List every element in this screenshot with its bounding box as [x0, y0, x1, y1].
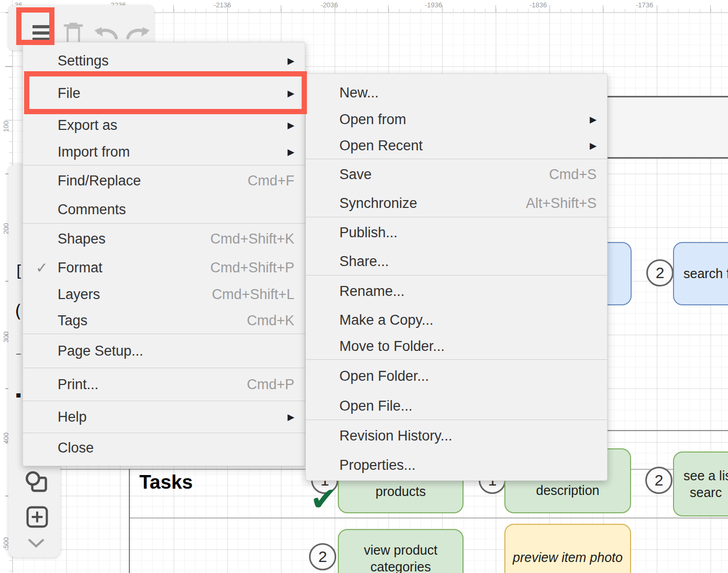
undo-icon[interactable] [92, 24, 119, 44]
tasks-lane-vertical-line [129, 469, 130, 573]
node-label: preview item photo [505, 550, 630, 565]
menu-item-shapes[interactable]: Shapes Cmd+Shift+K [23, 224, 305, 254]
node-search-for[interactable]: search fo [673, 242, 728, 305]
menu-item-help[interactable]: Help ▶ [23, 401, 305, 433]
node-label-line2: searc [674, 485, 728, 500]
menu-item-tags[interactable]: Tags Cmd+K [23, 307, 305, 334]
menu-item-new[interactable]: New... [306, 79, 607, 106]
badge-see-list-step[interactable]: 2 [645, 467, 672, 494]
badge-search-step[interactable]: 2 [646, 259, 674, 286]
menu-item-save[interactable]: Save Cmd+S [306, 159, 607, 190]
menu-item-page-setup[interactable]: Page Setup... [23, 334, 305, 368]
badge-categories-step[interactable]: 2 [309, 543, 336, 570]
ruler-label: -1936 [425, 1, 442, 9]
menu-item-label: Rename... [339, 283, 597, 300]
file-submenu: New... Open from ▶ Open Recent ▶ Save Cm… [305, 73, 608, 481]
node-preview-item-photo[interactable]: preview item photo [504, 524, 631, 573]
menu-item-revision-history[interactable]: Revision History... [306, 420, 607, 451]
menu-item-shortcut: Cmd+F [248, 173, 294, 189]
menu-item-open-from[interactable]: Open from ▶ [306, 106, 607, 133]
submenu-arrow-icon: ▶ [288, 56, 294, 67]
menu-item-rename[interactable]: Rename... [306, 276, 607, 307]
menu-item-label: Tags [58, 313, 236, 329]
menu-item-export-as[interactable]: Export as ▶ [23, 112, 305, 139]
submenu-arrow-icon: ▶ [288, 147, 294, 158]
menu-item-open-recent[interactable]: Open Recent ▶ [306, 133, 607, 159]
insert-shape-icon[interactable] [25, 505, 49, 529]
node-label-line1: view product [339, 543, 462, 558]
menu-item-synchronize[interactable]: Synchronize Alt+Shift+S [306, 190, 607, 217]
menu-item-label: Export as [58, 117, 277, 134]
ruler-label: -1736 [636, 1, 653, 9]
menu-item-label: Make a Copy... [339, 312, 597, 328]
node-label: description [505, 483, 630, 498]
node-label-line1: see a lis [674, 468, 728, 483]
menu-item-shortcut: Alt+Shift+S [526, 195, 597, 212]
menu-item-close[interactable]: Close [23, 433, 305, 462]
task-check-icon: ✔ [310, 483, 337, 515]
menu-item-label: Revision History... [339, 428, 597, 444]
menu-item-label: Close [58, 440, 294, 456]
shape-fragment: – [16, 347, 21, 360]
menu-item-format[interactable]: ✓ Format Cmd+Shift+P [23, 254, 305, 281]
annotation-highlight-hamburger [16, 7, 54, 45]
shape-fragment: [ [16, 262, 23, 280]
menu-item-label: Open from [339, 112, 579, 128]
menu-item-make-a-copy[interactable]: Make a Copy... [306, 307, 607, 333]
chevron-down-icon[interactable] [27, 537, 45, 549]
menu-item-find-replace[interactable]: Find/Replace Cmd+F [23, 166, 305, 196]
menu-item-move-to-folder[interactable]: Move to Folder... [306, 333, 607, 359]
menu-item-share[interactable]: Share... [306, 248, 607, 275]
menu-item-shortcut: Cmd+S [549, 167, 597, 183]
menu-item-open-file[interactable]: Open File... [306, 392, 607, 420]
menu-item-comments[interactable]: Comments [23, 196, 305, 223]
node-label: search fo [674, 266, 728, 281]
menu-item-print[interactable]: Print... Cmd+P [23, 368, 305, 401]
ruler-label: 100 [2, 116, 10, 137]
menu-item-label: Share... [339, 254, 597, 270]
menu-item-shortcut: Cmd+Shift+P [210, 260, 294, 276]
node-label-line2: categories [339, 559, 462, 573]
menu-item-label: Publish... [339, 225, 597, 241]
shape-fragment: ( [15, 301, 21, 322]
checkmark-icon: ✓ [36, 259, 48, 277]
menu-item-label: Open Folder... [339, 368, 597, 384]
menu-item-settings[interactable]: Settings ▶ [23, 47, 305, 75]
submenu-arrow-icon: ▶ [288, 412, 294, 423]
redo-icon[interactable] [125, 24, 152, 44]
node-label: products [339, 484, 462, 499]
menu-item-label: Format [58, 260, 200, 276]
menu-item-publish[interactable]: Publish... [306, 217, 607, 248]
menu-item-label: Page Setup... [58, 343, 294, 359]
submenu-arrow-icon: ▶ [288, 120, 294, 131]
shape-fragment: ▪ [16, 390, 21, 400]
menu-item-label: Print... [58, 377, 236, 393]
menu-item-label: Synchronize [339, 195, 515, 212]
menu-item-label: Save [339, 167, 538, 183]
menu-item-label: Open Recent [339, 138, 579, 154]
menu-item-label: Comments [58, 202, 294, 218]
menu-item-layers[interactable]: Layers Cmd+Shift+L [23, 281, 305, 307]
menu-item-properties[interactable]: Properties... [306, 451, 607, 479]
node-view-product-categories[interactable]: view product categories [338, 529, 464, 573]
menu-item-shortcut: Cmd+Shift+K [210, 231, 294, 247]
menu-item-shortcut: Cmd+K [247, 313, 294, 329]
annotation-highlight-file [24, 71, 307, 114]
menu-item-open-folder[interactable]: Open Folder... [306, 360, 607, 392]
menu-item-label: New... [339, 85, 597, 101]
submenu-arrow-icon: ▶ [590, 114, 597, 125]
menu-item-label: Settings [58, 53, 277, 69]
menu-item-label: Properties... [339, 457, 597, 473]
tasks-lane-bottom-line [129, 517, 728, 519]
tasks-lane-title: Tasks [139, 471, 193, 493]
menu-item-shortcut: Cmd+P [247, 377, 294, 393]
menu-item-import-from[interactable]: Import from ▶ [23, 139, 305, 165]
menu-item-label: Open File... [339, 398, 597, 414]
node-see-list[interactable]: see a lis searc [673, 451, 728, 516]
submenu-arrow-icon: ▶ [590, 140, 597, 151]
ruler-label: -1836 [530, 1, 547, 9]
menu-item-label: Help [58, 409, 277, 425]
menu-item-label: Import from [58, 144, 277, 160]
shapes-icon[interactable] [24, 470, 51, 498]
menu-item-label: Move to Folder... [339, 338, 597, 355]
